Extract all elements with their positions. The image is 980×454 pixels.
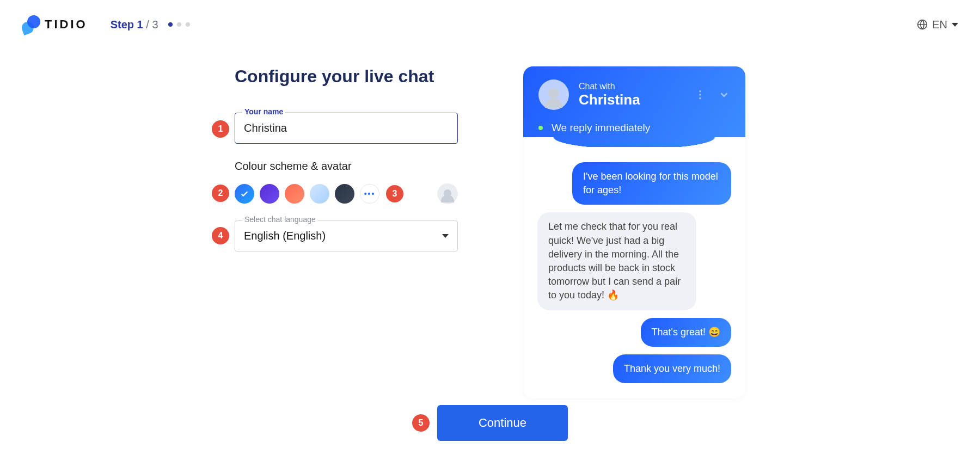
step-current-label: Step 1 [111, 19, 143, 30]
kebab-icon[interactable] [694, 89, 706, 101]
step-indicator: Step 1 / 3 [111, 19, 190, 31]
check-icon [240, 189, 249, 199]
svg-point-1 [699, 90, 701, 93]
tidio-icon [22, 15, 40, 34]
collapse-icon[interactable] [718, 89, 730, 101]
color-swatch-purple[interactable] [260, 184, 279, 204]
brand-logo: TIDIO [22, 15, 88, 34]
chat-preview: Chat with Christina We reply immediately… [523, 66, 745, 398]
color-swatch-coral[interactable] [285, 184, 304, 204]
message-bubble: I've been looking for this model for age… [572, 162, 731, 205]
annotation-5: 5 [412, 414, 430, 432]
annotation-2: 2 [212, 185, 229, 202]
avatar-picker[interactable] [437, 183, 458, 204]
step-total-label: / 3 [146, 19, 158, 30]
color-swatch-navy[interactable] [335, 184, 354, 204]
agent-avatar [538, 79, 569, 110]
annotation-4: 4 [212, 227, 229, 244]
language-code: EN [932, 19, 947, 31]
globe-icon [917, 19, 928, 30]
page-title: Configure your live chat [235, 66, 458, 87]
brand-wordmark: TIDIO [45, 17, 88, 32]
chevron-down-icon [952, 23, 958, 27]
language-select-value: English (English) [244, 230, 326, 242]
color-swatch-more[interactable] [360, 184, 379, 204]
language-select-label: Select chat language [242, 215, 318, 224]
reply-status: We reply immediately [552, 122, 650, 134]
message-bubble: That's great! 😄 [641, 318, 731, 347]
chat-with-label: Chat with [579, 82, 640, 91]
agent-name: Christina [579, 91, 640, 108]
language-switcher[interactable]: EN [917, 19, 958, 31]
chevron-down-icon [442, 234, 449, 238]
message-bubble: Let me check that for you real quick! We… [537, 212, 696, 310]
message-bubble: Thank you very much! [613, 354, 731, 383]
name-field: 1 Your name [235, 113, 458, 144]
svg-point-2 [699, 94, 701, 96]
svg-point-3 [699, 97, 701, 100]
step-dots [168, 22, 190, 27]
status-dot-icon [538, 126, 543, 130]
name-input[interactable] [235, 113, 458, 144]
language-field: 4 Select chat language English (English) [235, 220, 458, 251]
color-section-label: Colour scheme & avatar [235, 160, 458, 173]
color-swatch-sky[interactable] [310, 184, 329, 204]
color-swatch-blue[interactable] [235, 184, 254, 204]
name-label: Your name [242, 107, 285, 116]
continue-button[interactable]: Continue [437, 405, 568, 441]
annotation-3: 3 [386, 185, 403, 203]
language-select[interactable]: English (English) [235, 220, 458, 251]
annotation-1: 1 [212, 120, 229, 138]
